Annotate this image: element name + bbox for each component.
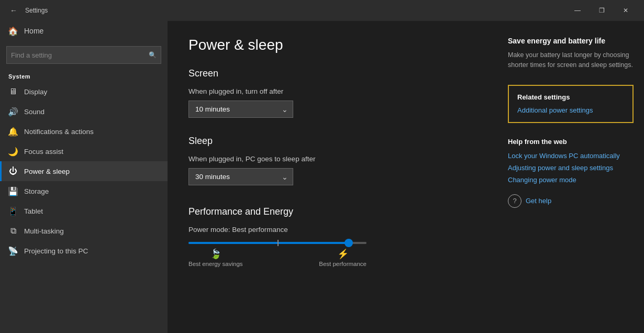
storage-icon: 💾 xyxy=(8,186,18,196)
minimize-button[interactable]: — xyxy=(565,0,590,21)
sidebar-item-label: Storage xyxy=(24,187,49,195)
focus-assist-icon: 🌙 xyxy=(8,147,18,156)
slider-track xyxy=(188,242,367,244)
home-icon: 🏠 xyxy=(8,26,18,36)
tip-title: Save energy and battery life xyxy=(508,37,634,45)
close-button[interactable]: ✕ xyxy=(614,0,638,21)
search-input[interactable] xyxy=(11,51,149,59)
sidebar-section-label: System xyxy=(0,69,168,82)
related-settings-box: Related settings Additional power settin… xyxy=(508,85,634,123)
get-help-row[interactable]: ? Get help xyxy=(508,194,634,208)
help-link-adjusting[interactable]: Adjusting power and sleep settings xyxy=(508,164,634,172)
restore-button[interactable]: ❐ xyxy=(590,0,614,21)
help-link-lock[interactable]: Lock your Windows PC automatically xyxy=(508,152,634,160)
page-title: Power & sleep xyxy=(188,37,476,53)
sidebar: 🏠 Home 🔍 System 🖥 Display 🔊 Sound 🔔 Noti… xyxy=(0,21,168,333)
screen-section-title: Screen xyxy=(188,68,476,79)
sleep-setting-label: When plugged in, PC goes to sleep after xyxy=(188,155,476,163)
tablet-icon: 📱 xyxy=(8,206,18,216)
sidebar-item-focus-assist[interactable]: 🌙 Focus assist xyxy=(0,141,168,161)
related-settings-label: Related settings xyxy=(517,93,624,101)
sidebar-item-sound[interactable]: 🔊 Sound xyxy=(0,102,168,121)
sidebar-item-label: Notifications & actions xyxy=(24,128,94,136)
multitasking-icon: ⧉ xyxy=(8,226,18,236)
sidebar-item-multitasking[interactable]: ⧉ Multi-tasking xyxy=(0,221,168,241)
screen-dropdown-wrapper: 10 minutes 1 minute 2 minutes 5 minutes … xyxy=(188,101,293,118)
slider-right-label: Best performance xyxy=(319,261,367,267)
sound-icon: 🔊 xyxy=(8,107,18,116)
get-help-icon: ? xyxy=(508,194,521,208)
sleep-dropdown[interactable]: 30 minutes 1 minute 5 minutes 10 minutes… xyxy=(188,168,293,185)
sidebar-home[interactable]: 🏠 Home xyxy=(0,21,168,41)
slider-thumb[interactable] xyxy=(345,239,353,247)
sidebar-item-label: Focus assist xyxy=(24,148,63,156)
slider-left-label: Best energy savings xyxy=(188,261,243,267)
help-from-web-section: Help from the web Lock your Windows PC a… xyxy=(508,138,634,208)
sleep-dropdown-wrapper: 30 minutes 1 minute 5 minutes 10 minutes… xyxy=(188,168,293,185)
sidebar-home-label: Home xyxy=(24,27,43,35)
sidebar-item-label: Sound xyxy=(24,108,45,116)
sidebar-item-label: Projecting to this PC xyxy=(24,247,88,255)
sleep-section-title: Sleep xyxy=(188,136,476,147)
display-icon: 🖥 xyxy=(8,87,18,96)
sidebar-item-tablet[interactable]: 📱 Tablet xyxy=(0,201,168,221)
help-link-power-mode[interactable]: Changing power mode xyxy=(508,176,634,184)
sidebar-item-projecting[interactable]: 📡 Projecting to this PC xyxy=(0,241,168,261)
notifications-icon: 🔔 xyxy=(8,127,18,136)
sidebar-item-label: Tablet xyxy=(24,207,43,215)
projecting-icon: 📡 xyxy=(8,246,18,256)
sidebar-item-notifications[interactable]: 🔔 Notifications & actions xyxy=(0,121,168,141)
titlebar: ← Settings — ❐ ✕ xyxy=(0,0,644,21)
screen-setting-label: When plugged in, turn off after xyxy=(188,87,476,95)
sidebar-item-label: Display xyxy=(24,88,47,96)
slider-left-end: 🍃 Best energy savings xyxy=(188,248,243,267)
additional-power-settings-link[interactable]: Additional power settings xyxy=(517,106,593,114)
power-sleep-icon: ⏻ xyxy=(8,167,18,176)
slider-right-end: ⚡ Best performance xyxy=(319,248,367,267)
perf-section-title: Performance and Energy xyxy=(188,206,476,217)
help-title: Help from the web xyxy=(508,138,634,146)
search-box[interactable]: 🔍 xyxy=(6,46,161,64)
main-content: Power & sleep Screen When plugged in, tu… xyxy=(168,21,497,333)
slider-tick xyxy=(277,240,279,246)
sidebar-item-power-sleep[interactable]: ⏻ Power & sleep xyxy=(0,161,168,181)
slider-ends: 🍃 Best energy savings ⚡ Best performance xyxy=(188,248,367,267)
back-button[interactable]: ← xyxy=(6,3,21,18)
sidebar-item-storage[interactable]: 💾 Storage xyxy=(0,181,168,201)
tip-text: Make your battery last longer by choosin… xyxy=(508,50,634,70)
window-controls: — ❐ ✕ xyxy=(565,0,638,21)
app-title: Settings xyxy=(25,7,48,14)
get-help-label[interactable]: Get help xyxy=(526,197,551,205)
main-layout: 🏠 Home 🔍 System 🖥 Display 🔊 Sound 🔔 Noti… xyxy=(0,21,644,333)
slider-fill xyxy=(188,242,349,244)
search-icon: 🔍 xyxy=(149,51,157,59)
sidebar-item-display[interactable]: 🖥 Display xyxy=(0,82,168,102)
screen-dropdown[interactable]: 10 minutes 1 minute 2 minutes 5 minutes … xyxy=(188,101,293,118)
sidebar-item-label: Multi-tasking xyxy=(24,227,64,235)
sidebar-item-label: Power & sleep xyxy=(24,168,70,175)
power-mode-label: Power mode: Best performance xyxy=(188,226,476,234)
best-performance-icon: ⚡ xyxy=(337,248,349,260)
energy-savings-icon: 🍃 xyxy=(210,248,221,260)
right-panel: Save energy and battery life Make your b… xyxy=(497,21,644,333)
power-slider-container xyxy=(188,242,367,244)
